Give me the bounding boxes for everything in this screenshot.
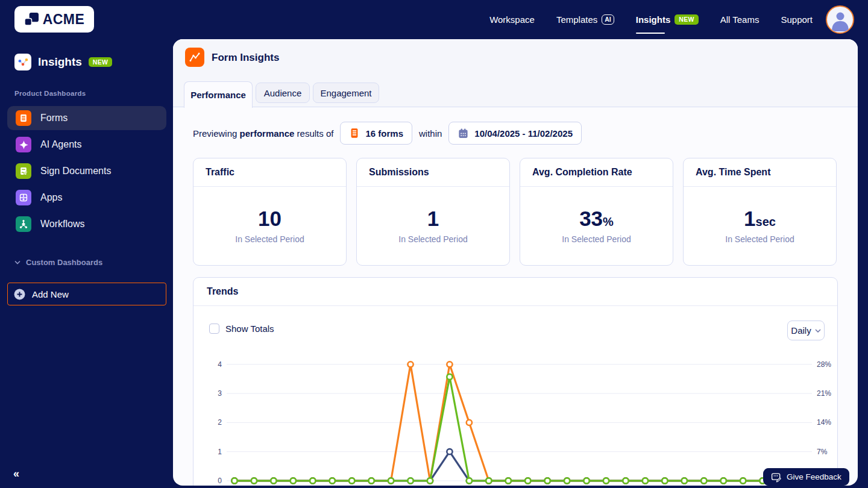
stat-card-completion-rate: Avg. Completion Rate 33% In Selected Per… xyxy=(520,158,673,266)
trends-line-chart: 012347%14%21%28% xyxy=(193,350,838,486)
stat-caption: In Selected Period xyxy=(725,234,794,244)
stat-caption: In Selected Period xyxy=(235,234,304,244)
svg-text:3: 3 xyxy=(218,389,222,398)
insights-app-icon xyxy=(14,54,31,70)
plus-circle-icon xyxy=(14,289,25,300)
stat-cards: Traffic 10 In Selected Period Submission… xyxy=(193,158,837,266)
show-totals-checkbox[interactable] xyxy=(209,324,219,334)
acme-logo-icon xyxy=(24,12,39,27)
stat-title: Avg. Completion Rate xyxy=(520,158,673,187)
sidebar-new-badge: NEW xyxy=(89,57,112,67)
tab-engagement[interactable]: Engagement xyxy=(313,83,379,103)
give-feedback-label: Give Feedback xyxy=(787,472,841,481)
svg-text:7%: 7% xyxy=(817,448,828,456)
stat-title: Submissions xyxy=(357,158,509,187)
stat-value: 1sec xyxy=(744,208,776,229)
new-badge: NEW xyxy=(675,14,698,25)
sidebar-app-title: Insights xyxy=(38,55,82,69)
stat-value: 10 xyxy=(258,208,281,229)
tab-performance[interactable]: Performance xyxy=(184,81,253,108)
svg-text:0: 0 xyxy=(218,477,222,485)
sidebar-item-label: Sign Documents xyxy=(40,166,111,177)
ai-badge: AI xyxy=(602,14,614,25)
svg-text:21%: 21% xyxy=(817,389,831,398)
nav-insights[interactable]: Insights NEW xyxy=(636,14,699,25)
forms-select-label: 16 forms xyxy=(365,128,403,139)
acme-logo[interactable]: ACME xyxy=(14,6,94,33)
sidebar-item-label: Workflows xyxy=(40,219,85,230)
filter-row: Previewing performance results of 16 for… xyxy=(193,122,582,145)
stat-value: 33% xyxy=(579,208,614,229)
give-feedback-button[interactable]: Give Feedback xyxy=(763,468,849,486)
top-bar: ACME Workspace Templates AI Insights NEW… xyxy=(0,0,868,39)
user-avatar-icon xyxy=(828,7,853,33)
feedback-icon xyxy=(771,472,782,483)
trends-chart-area: 012347%14%21%28% xyxy=(193,350,838,486)
apps-icon xyxy=(16,190,31,205)
trends-card: Trends Show Totals Daily 012347%14%21%28… xyxy=(193,277,838,486)
date-range-label: 10/04/2025 - 11/02/2025 xyxy=(474,128,573,139)
stat-card-traffic: Traffic 10 In Selected Period xyxy=(193,158,347,266)
interval-dropdown[interactable]: Daily xyxy=(787,321,825,340)
chevron-down-icon xyxy=(14,260,20,264)
sign-documents-icon xyxy=(16,163,31,179)
add-new-label: Add New xyxy=(32,289,69,299)
svg-text:1: 1 xyxy=(218,448,222,456)
filter-text: Previewing performance results of xyxy=(193,128,333,139)
interval-value: Daily xyxy=(791,325,811,336)
sidebar-item-ai-agents[interactable]: AI Agents xyxy=(7,133,166,157)
tab-audience[interactable]: Audience xyxy=(256,83,310,103)
forms-select-button[interactable]: 16 forms xyxy=(340,122,412,145)
nav-workspace[interactable]: Workspace xyxy=(489,14,535,25)
page-title: Form Insights xyxy=(212,52,279,64)
sidebar-item-sign-documents[interactable]: Sign Documents xyxy=(7,159,166,183)
stat-title: Avg. Time Spent xyxy=(684,158,836,187)
sidebar-item-workflows[interactable]: Workflows xyxy=(7,212,166,236)
date-range-button[interactable]: 10/04/2025 - 11/02/2025 xyxy=(448,122,582,145)
main-content: Form Insights Performance Audience Engag… xyxy=(173,39,858,486)
stat-caption: In Selected Period xyxy=(398,234,467,244)
show-totals-control: Show Totals xyxy=(209,324,274,334)
svg-text:4: 4 xyxy=(218,360,222,369)
active-nav-underline xyxy=(636,33,665,34)
calendar-icon xyxy=(458,128,469,139)
form-product-icon xyxy=(16,110,31,126)
show-totals-label: Show Totals xyxy=(225,324,274,334)
user-avatar[interactable] xyxy=(826,5,854,34)
sidebar-menu: Forms AI Agents Sign Documents xyxy=(7,106,166,239)
workflows-icon xyxy=(16,216,31,232)
sidebar-section-label: Product Dashboards xyxy=(14,90,86,97)
stat-caption: In Selected Period xyxy=(562,234,631,244)
sidebar-item-apps[interactable]: Apps xyxy=(7,186,166,210)
sidebar-custom-dashboards[interactable]: Custom Dashboards xyxy=(14,258,102,267)
sidebar-item-label: Apps xyxy=(40,192,62,203)
form-icon xyxy=(349,128,360,139)
ai-agents-icon xyxy=(16,137,31,152)
chevron-down-icon xyxy=(815,329,821,333)
custom-dashboards-label: Custom Dashboards xyxy=(26,258,102,267)
collapse-sidebar-icon[interactable]: « xyxy=(13,468,19,479)
svg-text:14%: 14% xyxy=(817,418,831,427)
svg-text:28%: 28% xyxy=(817,360,831,369)
nav-all-teams[interactable]: All Teams xyxy=(720,14,760,25)
nav-support[interactable]: Support xyxy=(781,14,813,25)
sidebar-item-label: AI Agents xyxy=(40,139,82,150)
stat-value: 1 xyxy=(427,208,439,229)
trends-title: Trends xyxy=(193,278,837,306)
filter-connector: within xyxy=(419,128,442,139)
sidebar-item-forms[interactable]: Forms xyxy=(7,106,166,130)
stat-card-submissions: Submissions 1 In Selected Period xyxy=(356,158,510,266)
sidebar-insights-header[interactable]: Insights NEW xyxy=(14,54,112,70)
stat-title: Traffic xyxy=(193,158,346,187)
add-new-button[interactable]: Add New xyxy=(7,283,166,305)
stat-card-time-spent: Avg. Time Spent 1sec In Selected Period xyxy=(683,158,837,266)
top-navigation: Workspace Templates AI Insights NEW All … xyxy=(489,0,813,39)
form-insights-icon xyxy=(185,48,204,67)
svg-text:2: 2 xyxy=(218,418,222,427)
sidebar-item-label: Forms xyxy=(40,113,68,124)
acme-logo-text: ACME xyxy=(43,11,85,28)
nav-templates[interactable]: Templates AI xyxy=(556,14,614,25)
